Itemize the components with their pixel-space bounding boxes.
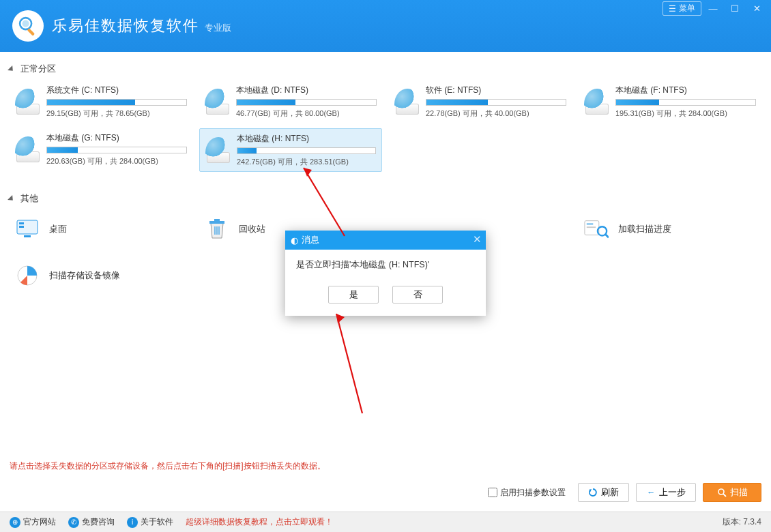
section-header-partitions[interactable]: 正常分区 <box>10 63 761 75</box>
maximize-button[interactable]: ☐ <box>725 1 745 15</box>
drive-icon <box>15 136 41 162</box>
svg-point-20 <box>718 489 724 494</box>
collapse-icon <box>8 65 15 73</box>
other-item-label: 扫描存储设备镜像 <box>49 269 120 282</box>
enable-scan-params-checkbox[interactable]: 启用扫描参数设置 <box>488 487 566 499</box>
drive-usage-bar <box>46 99 187 106</box>
dialog-title: 消息 <box>302 234 319 246</box>
refresh-button[interactable]: 刷新 <box>578 483 629 502</box>
load-progress-icon <box>584 217 609 241</box>
svg-point-2 <box>23 20 29 27</box>
drive-usage-bar <box>237 147 376 154</box>
drive-icon <box>205 137 231 163</box>
drive-name: 本地磁盘 (D: NTFS) <box>236 85 377 96</box>
other-item-load-progress[interactable]: 加载扫描进度 <box>579 210 761 248</box>
dialog-title-bar[interactable]: ◐消息 ✕ <box>285 231 486 250</box>
svg-rect-4 <box>19 222 24 224</box>
drive-name: 本地磁盘 (G: NTFS) <box>46 132 187 144</box>
footer-link-label: 官方网站 <box>23 516 56 528</box>
drive-item[interactable]: 本地磁盘 (D: NTFS) 46.77(GB) 可用，共 80.00(GB) <box>199 80 382 123</box>
drive-usage-bar <box>46 147 187 153</box>
svg-rect-5 <box>19 226 24 228</box>
version-label: 版本: 7.3.4 <box>723 516 761 528</box>
message-dialog: ◐消息 ✕ 是否立即扫描'本地磁盘 (H: NTFS)' 是 否 <box>285 231 486 316</box>
section-label: 正常分区 <box>20 63 56 75</box>
other-item-label: 回收站 <box>239 223 265 235</box>
title-bar: 乐易佳数据恢复软件 专业版 ☰菜单 — ☐ ✕ <box>0 0 771 52</box>
enable-scan-params-input[interactable] <box>488 488 497 497</box>
drive-name: 本地磁盘 (F: NTFS) <box>615 85 756 96</box>
footer-link-about[interactable]: i关于软件 <box>127 516 173 528</box>
other-item-label: 桌面 <box>49 223 67 235</box>
button-label: 上一步 <box>659 487 686 499</box>
drive-stat: 242.75(GB) 可用，共 283.51(GB) <box>237 157 376 167</box>
scan-button[interactable]: 扫描 <box>703 483 761 502</box>
drive-item[interactable]: 软件 (E: NTFS) 22.78(GB) 可用，共 40.00(GB) <box>389 80 572 123</box>
drive-icon <box>15 89 41 115</box>
drive-icon <box>205 89 231 115</box>
section-label: 其他 <box>20 192 38 205</box>
footer-link-site[interactable]: ⊕官方网站 <box>10 516 56 528</box>
recycle-bin-icon <box>205 217 229 241</box>
checkbox-label: 启用扫描参数设置 <box>500 487 566 499</box>
svg-line-21 <box>723 494 726 497</box>
collapse-icon <box>8 195 15 203</box>
search-icon <box>717 488 727 497</box>
drive-stat: 46.77(GB) 可用，共 80.00(GB) <box>236 108 377 119</box>
other-item-scan-image[interactable]: 扫描存储设备镜像 <box>10 256 192 295</box>
drive-stat: 29.15(GB) 可用，共 78.65(GB) <box>46 108 187 119</box>
footer-link-label: 关于软件 <box>141 516 173 528</box>
drive-usage-bar <box>236 99 377 106</box>
drive-stat: 22.78(GB) 可用，共 40.00(GB) <box>426 108 566 119</box>
drive-icon <box>394 89 420 115</box>
drive-usage-bar <box>615 99 756 106</box>
dialog-yes-button[interactable]: 是 <box>328 286 379 304</box>
footer-bar: ⊕官方网站 ✆免费咨询 i关于软件 超级详细数据恢复教程，点击立即观看！ 版本:… <box>0 512 771 532</box>
svg-rect-11 <box>587 226 596 228</box>
drive-name: 本地磁盘 (H: NTFS) <box>237 133 376 145</box>
svg-rect-6 <box>24 235 31 237</box>
drive-grid: 系统文件 (C: NTFS) 29.15(GB) 可用，共 78.65(GB) … <box>10 80 761 172</box>
footer-link-label: 免费咨询 <box>82 516 115 528</box>
section-header-other[interactable]: 其他 <box>10 192 761 205</box>
desktop-icon <box>15 217 40 241</box>
chat-icon: ✆ <box>68 517 79 528</box>
menu-button-label: 菜单 <box>679 3 695 14</box>
arrow-left-icon: ← <box>646 488 656 497</box>
drive-usage-bar <box>426 99 566 106</box>
dialog-close-icon[interactable]: ✕ <box>473 233 482 246</box>
dialog-no-button[interactable]: 否 <box>392 286 443 304</box>
scan-image-icon <box>15 263 40 288</box>
app-logo-icon <box>12 10 44 42</box>
minimize-button[interactable]: — <box>703 1 723 15</box>
refresh-icon <box>588 488 598 497</box>
bottom-action-row: 启用扫描参数设置 刷新 ←上一步 扫描 <box>10 483 761 502</box>
drive-stat: 220.63(GB) 可用，共 284.00(GB) <box>46 156 187 166</box>
drive-item[interactable]: 系统文件 (C: NTFS) 29.15(GB) 可用，共 78.65(GB) <box>10 80 192 123</box>
app-title: 乐易佳数据恢复软件 <box>52 16 199 36</box>
globe-icon: ⊕ <box>10 517 20 528</box>
annotation-arrow-icon <box>324 304 372 420</box>
drive-stat: 195.31(GB) 可用，共 284.00(GB) <box>615 108 756 119</box>
svg-rect-8 <box>214 219 220 222</box>
other-item-label: 加载扫描进度 <box>618 223 671 235</box>
drive-item[interactable]: 本地磁盘 (F: NTFS) 195.31(GB) 可用，共 284.00(GB… <box>579 80 761 123</box>
button-label: 刷新 <box>601 487 619 499</box>
close-button[interactable]: ✕ <box>746 1 767 15</box>
drive-item[interactable]: 本地磁盘 (H: NTFS) 242.75(GB) 可用，共 283.51(GB… <box>199 128 382 172</box>
app-edition: 专业版 <box>205 22 231 34</box>
svg-line-13 <box>605 235 609 238</box>
drive-name: 系统文件 (C: NTFS) <box>46 85 187 96</box>
button-label: 扫描 <box>730 487 748 499</box>
drive-item[interactable]: 本地磁盘 (G: NTFS) 220.63(GB) 可用，共 284.00(GB… <box>10 128 192 172</box>
main-panel: 正常分区 系统文件 (C: NTFS) 29.15(GB) 可用，共 78.65… <box>0 52 771 512</box>
drive-icon <box>584 89 610 115</box>
svg-line-17 <box>336 314 362 413</box>
menu-button[interactable]: ☰菜单 <box>663 1 701 16</box>
hint-text: 请点击选择丢失数据的分区或存储设备，然后点击右下角的[扫描]按钮扫描丢失的数据。 <box>10 460 325 472</box>
footer-link-tutorial[interactable]: 超级详细数据恢复教程，点击立即观看！ <box>186 516 333 528</box>
prev-step-button[interactable]: ←上一步 <box>636 483 696 502</box>
dialog-body: 是否立即扫描'本地磁盘 (H: NTFS)' <box>285 250 486 280</box>
other-item-desktop[interactable]: 桌面 <box>10 210 192 248</box>
footer-link-consult[interactable]: ✆免费咨询 <box>68 516 115 528</box>
